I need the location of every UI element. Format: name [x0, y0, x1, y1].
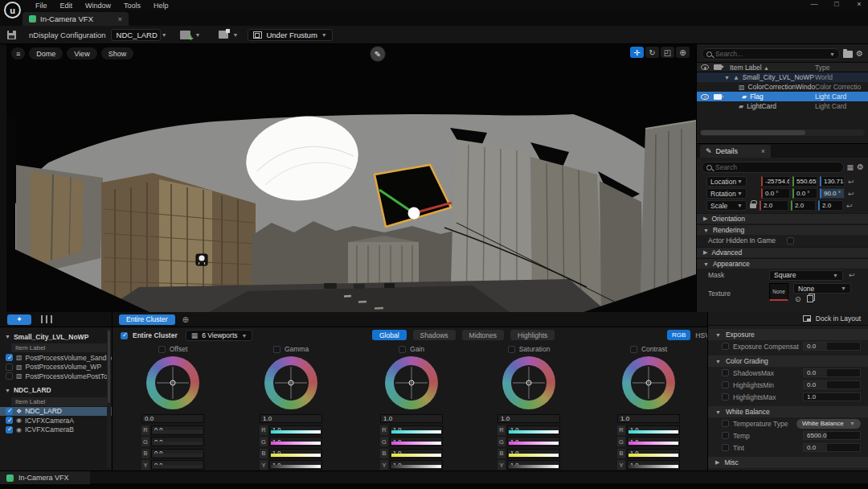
details-settings-icon[interactable]: ⚙	[857, 163, 864, 171]
offset-color-wheel[interactable]	[146, 356, 199, 409]
translate-tool-icon[interactable]: ✛	[630, 47, 644, 58]
highlightsmax-checkbox[interactable]	[722, 393, 729, 401]
chevron-down-icon[interactable]: ▼	[829, 51, 835, 57]
section-orientation[interactable]: ▶Orientation	[697, 213, 868, 224]
reset-scale-icon[interactable]: ↩	[846, 202, 853, 210]
section-exposure[interactable]: ▼Exposure	[708, 329, 868, 340]
outliner-settings-icon[interactable]: ⚙	[856, 50, 863, 58]
section-rendering[interactable]: ▼Rendering	[697, 224, 868, 235]
lock-icon[interactable]	[750, 203, 756, 208]
offset-enable-checkbox[interactable]	[158, 346, 166, 353]
unreal-logo-icon[interactable]: u	[4, 2, 21, 18]
camera-column-icon[interactable]	[714, 64, 722, 70]
contrast-g-slider[interactable]: 1.0	[627, 437, 680, 446]
highlightsmax-field[interactable]: 1.0	[803, 392, 861, 401]
item-label-column[interactable]: Item Label ▲	[730, 64, 815, 72]
temperature-type-checkbox[interactable]	[722, 420, 729, 427]
tint-field[interactable]: 0.0	[803, 443, 861, 452]
temp-checkbox[interactable]	[722, 432, 729, 439]
checkbox[interactable]	[6, 408, 13, 415]
folder-icon[interactable]	[843, 51, 853, 58]
close-button[interactable]: ×	[854, 0, 865, 8]
dock-in-layout-button[interactable]: Dock in Layout	[816, 314, 861, 323]
saturation-b-slider[interactable]: 1.0	[507, 449, 560, 458]
reset-mask-icon[interactable]: ↩	[849, 271, 855, 279]
add-circle-icon[interactable]: ⊕	[182, 315, 189, 324]
tree-item-ppv-wp[interactable]: ▧PostProcessVolume_WP	[0, 363, 112, 372]
section-misc[interactable]: ▶Misc	[708, 457, 868, 468]
shadowsmax-field[interactable]: 0.0	[803, 368, 861, 377]
viewport[interactable]: ≡ Dome View Show ✎ ✛ ↻ ◰ ⊕	[6, 44, 696, 312]
offset-r-slider[interactable]: 0.0	[151, 425, 204, 435]
tab-in-camera-vfx[interactable]: In-Camera VFX ×	[23, 12, 129, 26]
section-advanced[interactable]: ▶Advanced	[697, 247, 868, 257]
type-column[interactable]: Type	[815, 64, 868, 72]
exposure-comp-field[interactable]: 0.0	[803, 342, 861, 351]
temp-field[interactable]: 6500.0	[803, 431, 861, 440]
texture-thumbnail[interactable]: None	[769, 283, 788, 301]
menu-file[interactable]: File	[29, 2, 54, 10]
gain-color-wheel[interactable]	[385, 356, 438, 409]
offset-b-slider[interactable]: 0.0	[151, 449, 204, 458]
details-search-input[interactable]	[715, 163, 839, 171]
tree-item-ndc-lard[interactable]: ❖NDC_LARD	[0, 407, 112, 417]
menu-window[interactable]: Window	[79, 2, 117, 10]
rgb-mode-button[interactable]: RGB	[667, 330, 690, 340]
reset-rotation-icon[interactable]: ↩	[848, 190, 854, 198]
contrast-y-slider[interactable]: 1.0	[627, 460, 680, 470]
gamma-y-slider[interactable]: 1.0	[269, 460, 322, 470]
gamma-r-slider[interactable]: 1.0	[269, 425, 322, 435]
outliner-search[interactable]: ▼	[702, 48, 840, 60]
saturation-r-slider[interactable]: 1.0	[507, 425, 560, 435]
gain-master-slider[interactable]: 1.0	[380, 414, 443, 423]
contrast-master-slider[interactable]: 1.0	[617, 414, 680, 423]
tab-highlights[interactable]: Highlights	[510, 330, 555, 340]
outliner-row-flag[interactable]: ▰Flag Light Card	[697, 92, 868, 101]
dome-button[interactable]: Dome	[29, 47, 63, 60]
rotate-tool-icon[interactable]: ↻	[645, 47, 659, 58]
gain-r-slider[interactable]: 1.0	[390, 425, 443, 435]
menu-edit[interactable]: Edit	[54, 2, 80, 10]
under-frustum-dropdown[interactable]: Under Frustum▼	[248, 29, 332, 41]
maximize-button[interactable]: □	[831, 0, 842, 8]
reset-location-icon[interactable]: ↩	[848, 178, 854, 186]
offset-g-slider[interactable]: 0.0	[151, 437, 204, 446]
add-lightcard-chevron-icon[interactable]: ▼	[195, 32, 201, 38]
gamma-color-wheel[interactable]	[264, 356, 317, 409]
gain-y-slider[interactable]: 1.0	[390, 460, 443, 470]
edit-pen-icon[interactable]: ✎	[370, 46, 386, 62]
location-x-field[interactable]: -25754.6	[761, 176, 790, 187]
saturation-y-slider[interactable]: 1.0	[507, 460, 560, 470]
gamma-b-slider[interactable]: 1.0	[269, 449, 322, 458]
viewports-dropdown[interactable]: ▦ 6 Viewports▼	[186, 330, 253, 341]
scale-z-field[interactable]: 2.0	[818, 200, 843, 211]
actor-hidden-checkbox[interactable]	[787, 237, 794, 244]
show-button[interactable]: Show	[101, 47, 134, 60]
location-y-field[interactable]: 550.651	[792, 176, 817, 187]
gain-b-slider[interactable]: 1.0	[390, 449, 443, 458]
scale-dropdown[interactable]: Scale▼	[706, 200, 747, 211]
exposure-comp-checkbox[interactable]	[722, 343, 729, 350]
tint-checkbox[interactable]	[722, 444, 729, 451]
highlightsmin-field[interactable]: 0.0	[803, 380, 861, 389]
details-tab[interactable]: ✎ Details ×	[700, 145, 771, 158]
scale-x-field[interactable]: 2.0	[760, 200, 788, 211]
minimize-button[interactable]: —	[809, 0, 820, 8]
visibility-eye-icon[interactable]	[701, 94, 709, 100]
gain-g-slider[interactable]: 1.0	[390, 437, 443, 446]
entire-cluster-checkbox[interactable]	[121, 332, 128, 339]
group-ndc-lard[interactable]: ▼NDC_LARD	[0, 385, 112, 396]
tab-close-icon[interactable]: ×	[117, 14, 122, 23]
status-tab-in-camera-vfx[interactable]: In-Camera VFX	[0, 471, 90, 484]
ndisplay-config-dropdown[interactable]: NDC_LARD▼	[111, 29, 161, 41]
section-white-balance[interactable]: ▼White Balance	[708, 406, 868, 417]
outliner-row-lightcard[interactable]: ▰LightCard Light Card	[697, 101, 868, 111]
contrast-color-wheel[interactable]	[622, 356, 675, 409]
texture-dropdown[interactable]: None▼	[793, 283, 851, 294]
details-close-icon[interactable]: ×	[761, 147, 765, 155]
checkbox[interactable]	[6, 364, 13, 371]
group-small-city[interactable]: ▼Small_City_LVL_NoWP	[0, 331, 112, 342]
outliner-row-colorcorrection[interactable]: ▧ColorCorrectionWindow_0 Color Correctio	[697, 82, 868, 92]
rotation-y-field[interactable]: 0.0 °	[792, 188, 817, 199]
export-chevron-icon[interactable]: ▼	[233, 32, 239, 38]
